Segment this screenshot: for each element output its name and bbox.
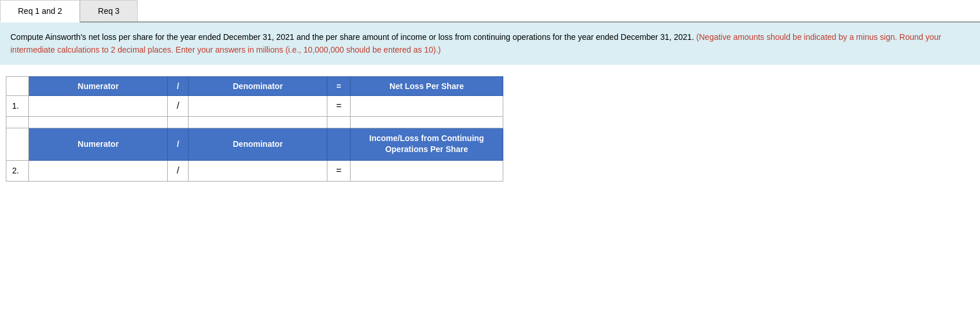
- header-numerator: Numerator: [29, 76, 168, 95]
- header-denominator: Denominator: [189, 76, 327, 95]
- header-equals-2: [327, 128, 351, 160]
- table-header-row-2: Numerator / Denominator Income/Loss from…: [6, 128, 503, 160]
- header-slash-2: /: [168, 128, 189, 160]
- table-row-1: 1. / =: [6, 95, 503, 116]
- row-2-result-cell: [350, 160, 503, 181]
- spacer-denominator: [189, 116, 327, 128]
- empty-header-label: [6, 76, 29, 95]
- spacer-equals: [327, 116, 351, 128]
- row-2-denominator-cell[interactable]: [189, 160, 327, 181]
- tab-req-3[interactable]: Req 3: [80, 0, 137, 21]
- header-denominator-2: Denominator: [189, 128, 327, 160]
- row-2-denominator-input[interactable]: [189, 161, 327, 181]
- header-income-loss: Income/Loss from Continuing Operations P…: [350, 128, 503, 160]
- row-1-numerator-cell[interactable]: [29, 95, 168, 116]
- row-2-slash: /: [168, 160, 189, 181]
- calculation-table: Numerator / Denominator = Net Loss Per S…: [6, 76, 503, 182]
- row-2-equals: =: [327, 160, 351, 181]
- header-equals-1: =: [327, 76, 351, 95]
- row-1-equals: =: [327, 95, 351, 116]
- row-2-numerator-cell[interactable]: [29, 160, 168, 181]
- row-1-denominator-input[interactable]: [189, 96, 327, 116]
- row-1-label: 1.: [6, 95, 29, 116]
- row-2-label: 2.: [6, 160, 29, 181]
- row-1-denominator-cell[interactable]: [189, 95, 327, 116]
- tab-req-1-2[interactable]: Req 1 and 2: [0, 0, 80, 23]
- row-1-result-cell: [350, 95, 503, 116]
- table-header-row-1: Numerator / Denominator = Net Loss Per S…: [6, 76, 503, 95]
- table-area: Numerator / Denominator = Net Loss Per S…: [0, 65, 980, 193]
- empty-header-label-2: [6, 128, 29, 160]
- spacer-slash: [168, 116, 189, 128]
- spacer-row: [6, 116, 503, 128]
- spacer-label: [6, 116, 29, 128]
- spacer-result: [350, 116, 503, 128]
- instructions-main-text: Compute Ainsworth's net loss per share f…: [10, 32, 694, 42]
- header-numerator-2: Numerator: [29, 128, 168, 160]
- header-slash-1: /: [168, 76, 189, 95]
- table-row-2: 2. / =: [6, 160, 503, 181]
- row-2-numerator-input[interactable]: [29, 161, 167, 181]
- instructions-box: Compute Ainsworth's net loss per share f…: [0, 23, 980, 65]
- header-net-loss-per-share: Net Loss Per Share: [350, 76, 503, 95]
- tabs-container: Req 1 and 2 Req 3: [0, 0, 980, 23]
- row-1-numerator-input[interactable]: [29, 96, 167, 116]
- row-1-slash: /: [168, 95, 189, 116]
- spacer-numerator: [29, 116, 168, 128]
